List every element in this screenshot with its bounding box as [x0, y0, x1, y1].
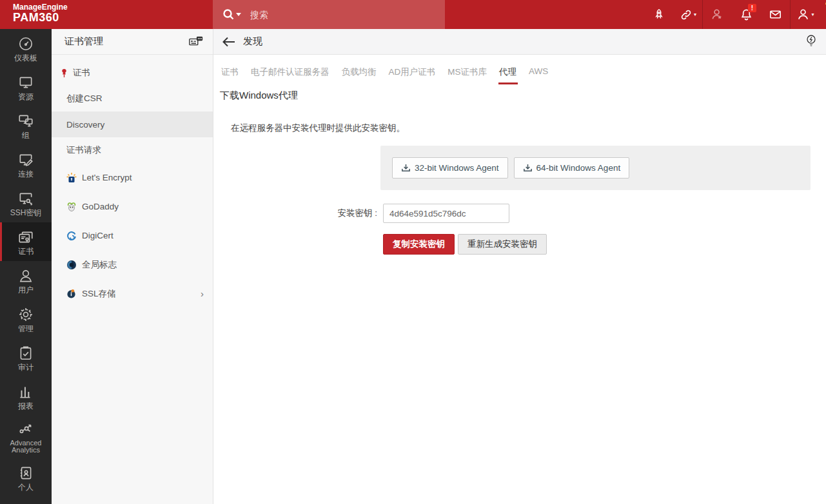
copy-install-key-button[interactable]: 复制安装密钥: [383, 234, 455, 255]
tab-load-balancer[interactable]: 负载均衡: [342, 66, 377, 84]
button-label: 64-bit Windows Agent: [536, 163, 621, 173]
nav-reports[interactable]: 报表: [0, 377, 52, 416]
nav-label: SSH密钥: [10, 209, 42, 217]
tab-aws[interactable]: AWS: [529, 66, 548, 84]
regenerate-install-key-button[interactable]: 重新生成安装密钥: [458, 234, 547, 255]
install-key-actions: 复制安装密钥 重新生成安装密钥: [383, 234, 811, 255]
chevron-right-icon[interactable]: ›: [201, 288, 204, 299]
nav-label: 个人: [18, 483, 34, 491]
quick-links-icon[interactable]: ▾: [673, 0, 702, 29]
tab-ms-cert-store[interactable]: MS证书库: [447, 66, 487, 84]
sidebar-menu: 证书 创建CSR Discovery 证书请求 Let's Enc: [52, 55, 213, 308]
sidebar-item-label: GoDaddy: [82, 202, 119, 211]
messages-envelope-icon[interactable]: [761, 0, 790, 29]
pin-icon: [60, 68, 70, 78]
connections-icon: [17, 151, 34, 168]
tab-agent[interactable]: 代理: [499, 66, 516, 84]
sidebar-item-label: DigiCert: [82, 231, 113, 240]
brand-manageengine: ManageEngine: [13, 3, 68, 12]
quick-links-caret-icon: ▾: [694, 12, 696, 17]
sidebar-item-label: Let's Encrypt: [82, 173, 132, 182]
collapse-panel-icon[interactable]: [188, 35, 204, 48]
notifications-bell-icon[interactable]: !: [732, 0, 761, 29]
sidebar-item-certificates[interactable]: 证书: [52, 60, 213, 86]
sidebar-item-label: Discovery: [66, 120, 104, 130]
download-64bit-agent-button[interactable]: 64-bit Windows Agent: [514, 157, 630, 179]
search-input[interactable]: [250, 10, 418, 20]
page-header: 发现: [213, 29, 826, 55]
sidebar-item-discovery[interactable]: Discovery: [52, 111, 213, 137]
ssh-keys-icon: [17, 190, 34, 207]
install-key-row: 安装密钥 :: [220, 204, 811, 223]
sidebar-item-label: 证书请求: [66, 144, 101, 156]
user-account-icon[interactable]: ▾: [791, 0, 820, 29]
privileged-user-star-icon[interactable]: [703, 0, 732, 29]
nav-label: Advanced Analytics: [2, 440, 50, 454]
discovery-tabs: 证书 电子邮件认证服务器 负载均衡 AD用户证书 MS证书库 代理 AWS: [213, 55, 826, 84]
digicert-icon: [66, 231, 79, 241]
install-key-description: 在远程服务器中安装代理时提供此安装密钥。: [231, 122, 811, 134]
back-arrow-icon[interactable]: [222, 37, 235, 47]
nav-personal[interactable]: 个人: [0, 458, 52, 497]
sidebar-item-digicert[interactable]: DigiCert: [52, 221, 213, 250]
agent-section: 下载Windows代理 在远程服务器中安装代理时提供此安装密钥。 32-bit …: [213, 84, 826, 255]
sidebar-item-global-flag[interactable]: 全局标志: [52, 250, 213, 279]
top-bar: ManageEngine PAM360 ▾: [0, 0, 826, 29]
sidebar-item-ssl-store[interactable]: SSL存储 ›: [52, 279, 213, 308]
nav-label: 管理: [18, 325, 34, 333]
nav-certificates[interactable]: 证书: [0, 222, 52, 261]
button-label: 32-bit Windows Agent: [415, 163, 499, 173]
nav-label: 资源: [18, 93, 34, 101]
nav-connections[interactable]: 连接: [0, 145, 52, 184]
download-32bit-agent-button[interactable]: 32-bit Windows Agent: [392, 157, 508, 179]
nav-label: 证书: [18, 247, 34, 255]
audit-icon: [17, 345, 34, 362]
tab-ad-user-certs[interactable]: AD用户证书: [389, 66, 436, 84]
sidebar-item-godaddy[interactable]: GoDaddy: [52, 192, 213, 221]
main-nav-rail: 仪表板 资源 组 连接: [0, 29, 52, 504]
whats-new-rocket-icon[interactable]: [644, 0, 673, 29]
nav-label: 审计: [18, 363, 34, 371]
nav-ssh-keys[interactable]: SSH密钥: [0, 184, 52, 222]
global-flag-icon: [66, 260, 79, 270]
godaddy-icon: [66, 202, 79, 212]
download-icon: [401, 163, 411, 173]
global-search-bar[interactable]: [213, 0, 445, 29]
sidebar-item-create-csr[interactable]: 创建CSR: [52, 86, 213, 111]
nav-label: 连接: [18, 170, 34, 178]
nav-dashboard[interactable]: 仪表板: [0, 29, 52, 68]
sidebar-item-cert-request[interactable]: 证书请求: [52, 137, 213, 163]
sidebar-item-label: 证书: [73, 67, 90, 79]
nav-label: 仪表板: [14, 54, 37, 62]
certificates-icon: [17, 229, 34, 246]
nav-advanced-analytics[interactable]: Advanced Analytics: [0, 416, 52, 458]
tab-certificates[interactable]: 证书: [221, 66, 239, 84]
nav-label: 组: [22, 131, 30, 139]
sidebar-title: 证书管理: [64, 35, 188, 48]
resources-icon: [17, 74, 34, 91]
nav-audit[interactable]: 审计: [0, 338, 52, 377]
search-icon[interactable]: [222, 8, 241, 22]
sidebar-item-label: 全局标志: [82, 259, 117, 271]
nav-admin[interactable]: 管理: [0, 300, 52, 338]
install-key-label: 安装密钥 :: [220, 208, 377, 219]
lets-encrypt-icon: [66, 173, 79, 183]
certificate-sidebar: 证书管理 证书 创建CSR Discovery 证书请求: [52, 29, 213, 504]
download-icon: [523, 163, 533, 173]
sidebar-header: 证书管理: [52, 29, 213, 55]
reports-icon: [17, 383, 34, 400]
help-lightbulb-icon[interactable]: [805, 34, 817, 50]
admin-gear-icon: [17, 306, 34, 323]
analytics-icon: [17, 421, 34, 438]
notification-badge: !: [748, 4, 756, 12]
nav-resources[interactable]: 资源: [0, 68, 52, 106]
tab-email-auth-servers[interactable]: 电子邮件认证服务器: [251, 66, 329, 84]
nav-users[interactable]: 用户: [0, 261, 52, 300]
sidebar-item-lets-encrypt[interactable]: Let's Encrypt: [52, 163, 213, 192]
personal-icon: [17, 465, 34, 481]
nav-groups[interactable]: 组: [0, 106, 52, 145]
main-content: 发现 证书 电子邮件认证服务器 负载均衡 AD用户证书 MS证书库 代理 AWS…: [213, 29, 826, 504]
sidebar-item-label: 创建CSR: [66, 93, 103, 104]
groups-icon: [17, 113, 34, 130]
install-key-input[interactable]: [383, 204, 509, 223]
